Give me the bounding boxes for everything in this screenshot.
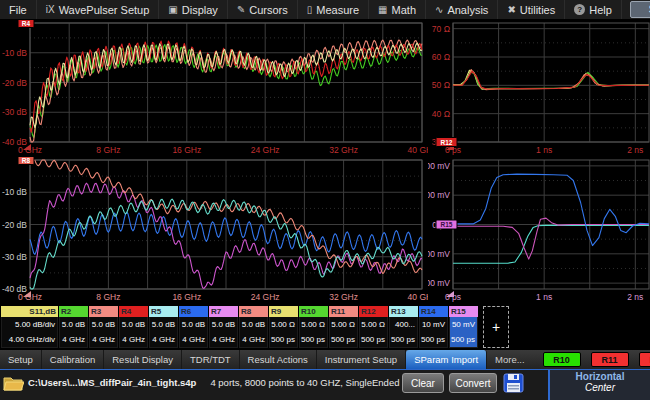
trace-badge-r4: R4 [18,20,34,28]
trace-descriptor-r6[interactable]: R65.0 dB4 GHz [179,306,208,348]
trace-descriptor-values: 5.0 dB4 GHz [89,317,118,348]
convert-button[interactable]: Convert [449,373,497,393]
menu-item-measure[interactable]: ▯Measure [298,0,369,19]
tab-result-actions[interactable]: Result Actions [240,350,317,369]
trace-descriptor-title: R12 [359,306,388,317]
wavepulser-app-window: FileiXWavePulser Setup▣Display✎Cursors▯M… [0,0,650,400]
trace-descriptor-title: R2 [59,306,88,317]
menu-item-label: Display [182,4,218,16]
tab-more-[interactable]: More... [487,350,533,369]
menu-item-file[interactable]: File [0,0,37,19]
svg-text:-100 mV: -100 mV [428,249,450,259]
tab-tdr-tdt[interactable]: TDR/TDT [182,350,240,369]
trace-descriptor-r14[interactable]: R1410 mV500 ps [419,306,448,348]
file-path-text: C:\Users\...\MS_diffPair_4in_tight.s4p [28,377,196,388]
svg-text:8 GHz: 8 GHz [96,145,120,155]
menu-item-label: Math [392,4,416,16]
trace-button-r12[interactable]: R12 [639,352,650,367]
trace-descriptor-values: 400...500 ps [389,317,418,348]
horizontal-panel-mode: Center [585,382,615,393]
svg-text:2 ns: 2 ns [627,292,643,302]
svg-text:60 Ω: 60 Ω [432,52,450,62]
menu-item-cursors[interactable]: ✎Cursors [228,0,298,19]
setup-button[interactable]: Setup [630,1,650,18]
trace-descriptor-title: R9 [269,306,298,317]
trace-descriptor-r8[interactable]: R85.0 dB4 GHz [239,306,268,348]
trace-badge-r8: R8 [18,157,34,165]
menu-item-help[interactable]: ?Help [565,0,622,19]
dialog-tab-bar: SetupCalibrationResult DisplayTDR/TDTRes… [0,350,650,370]
trace-descriptor-title: R15 [449,306,478,317]
trace-button-r10[interactable]: R10 [543,352,581,367]
utilities-icon: ✖ [507,4,515,15]
trace-horizontal-value: 4 GHz [240,334,265,346]
help-icon: ? [574,4,585,15]
trace-descriptor-r4[interactable]: R45.0 dB4 GHz [119,306,148,348]
menu-bar: FileiXWavePulser Setup▣Display✎Cursors▯M… [0,0,650,20]
svg-text:R15: R15 [441,221,453,228]
svg-text:R4: R4 [22,20,31,27]
trace-horizontal-value: 500 ps [450,334,475,346]
svg-text:50 Ω: 50 Ω [432,80,450,90]
trace-descriptor-values: 5.00 Ω500 ps [269,317,298,348]
menu-item-label: Cursors [249,4,288,16]
trace-descriptor-r10[interactable]: R105.00 Ω500 ps [299,306,328,348]
horizontal-panel[interactable]: Horizontal Center [548,370,650,400]
trace-badge-r12: R12 [436,138,457,147]
trace-descriptor-s11-db[interactable]: S11,dB5.00 dB/div4.00 GHz/div [1,306,58,348]
trace-scale-value: 5.0 dB [240,319,265,331]
svg-text:-10 dB: -10 dB [2,48,27,58]
chart-impedance-time[interactable]: 70 Ω60 Ω50 Ω40 Ω30 Ω0 ps1 ns2 nsR12 [428,20,650,156]
menu-item-label: Measure [316,4,359,16]
trace-descriptor-r5[interactable]: R55.0 dB4 GHz [149,306,178,348]
svg-text:-10 dB: -10 dB [2,187,27,197]
math-icon: ▦ [378,4,387,15]
clear-button[interactable]: Clear [402,373,444,393]
trace-scale-value: 5.00 Ω [330,319,355,331]
save-icon[interactable] [503,373,524,397]
chart-tdr-step[interactable]: 200 mV100 mV0 µV-100 mV-200 mV0 ps1 ns2 … [428,157,650,303]
svg-text:1 ns: 1 ns [536,145,552,155]
chart-sparam-top[interactable]: 0-10 dB-20 dB-30 dB-40 dB0 GHz8 GHz16 GH… [0,20,430,156]
svg-text:16 GHz: 16 GHz [172,292,201,302]
trace-descriptor-r12[interactable]: R125.00 Ω500 ps [359,306,388,348]
chart-sparam-bottom[interactable]: 0-10 dB-20 dB-30 dB-40 dB0 GHz8 GHz16 GH… [0,157,430,303]
trace-descriptor-values: 5.00 Ω500 ps [359,317,388,348]
svg-text:-30 dB: -30 dB [2,252,27,262]
trace-descriptor-r15[interactable]: R1550 mV500 ps [449,306,478,348]
trace-scale-value: 5.0 dB [120,319,145,331]
trace-scale-value: 5.0 dB [180,319,205,331]
trace-descriptor-r13[interactable]: R13400...500 ps [389,306,418,348]
svg-text:2 ns: 2 ns [627,145,643,155]
tab-setup[interactable]: Setup [0,350,42,369]
trace-descriptor-r2[interactable]: R25.0 dB4 GHz [59,306,88,348]
trace-descriptor-title: R13 [389,306,418,317]
tab-instrument-setup[interactable]: Instrument Setup [317,350,406,369]
tab-sparam-import[interactable]: SParam Import [406,350,487,369]
trace-horizontal-value: 4 GHz [60,334,85,346]
trace-descriptor-r7[interactable]: R75.0 dB4 GHz [209,306,238,348]
open-folder-icon[interactable] [3,374,24,396]
tab-result-display[interactable]: Result Display [104,350,182,369]
measure-icon: ▯ [307,4,313,15]
trace-descriptor-values: 5.0 dB4 GHz [239,317,268,348]
trace-horizontal-value: 4.00 GHz/div [2,334,55,346]
trace-descriptor-r3[interactable]: R35.0 dB4 GHz [89,306,118,348]
trace-horizontal-value: 4 GHz [120,334,145,346]
trace-descriptor-r11[interactable]: R115.00 Ω500 ps [329,306,358,348]
trace-scale-value: 5.0 dB [60,319,85,331]
add-trace-button[interactable]: + [483,306,509,348]
menu-item-display[interactable]: ▣Display [159,0,228,19]
trace-horizontal-value: 500 ps [330,334,355,346]
trace-descriptor-r9[interactable]: R95.00 Ω500 ps [269,306,298,348]
menu-item-label: Analysis [447,4,488,16]
menu-item-math[interactable]: ▦Math [369,0,426,19]
menu-item-utilities[interactable]: ✖Utilities [498,0,565,19]
svg-text:-200 mV: -200 mV [428,278,450,288]
tab-calibration[interactable]: Calibration [42,350,104,369]
menu-item-wavepulser-setup[interactable]: iXWavePulser Setup [37,0,160,19]
menu-item-analysis[interactable]: ∿Analysis [426,0,498,19]
trace-descriptor-values: 5.0 dB4 GHz [209,317,238,348]
trace-button-r11[interactable]: R11 [591,352,629,367]
trace-horizontal-value: 4 GHz [180,334,205,346]
